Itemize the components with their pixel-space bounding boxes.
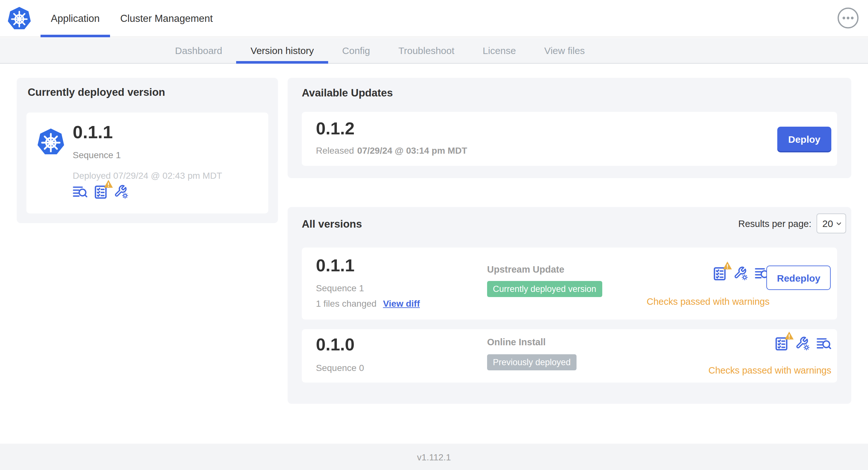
row-action-icons: [774, 336, 831, 351]
currently-deployed-title: Currently deployed version: [28, 86, 165, 98]
config-icon[interactable]: [114, 184, 129, 199]
all-versions-panel: All versions Results per page: 20 0.1.1 …: [288, 207, 851, 404]
tab-version-history[interactable]: Version history: [237, 38, 328, 63]
row-source: Online Install: [487, 337, 546, 347]
row-action-icons: [712, 266, 770, 281]
tab-license[interactable]: License: [468, 38, 530, 63]
preflight-checks-icon[interactable]: [774, 336, 789, 351]
warning-triangle-icon: [784, 331, 794, 340]
current-deployed-timestamp: Deployed 07/29/24 @ 02:43 pm MDT: [73, 170, 222, 181]
row-version-number: 0.1.1: [316, 256, 354, 276]
app-header: Application Cluster Management: [0, 0, 868, 37]
tab-cluster-management-label: Cluster Management: [120, 12, 213, 24]
currently-deployed-badge: Currently deployed version: [487, 281, 602, 297]
tab-application[interactable]: Application: [40, 0, 110, 37]
preflight-checks-icon[interactable]: [93, 184, 108, 199]
tab-application-label: Application: [51, 12, 100, 24]
tab-config[interactable]: Config: [328, 38, 384, 63]
currently-deployed-card: 0.1.1 Sequence 1 Deployed 07/29/24 @ 02:…: [26, 112, 268, 213]
results-per-page: Results per page: 20: [738, 213, 846, 233]
files-changed-label: 1 files changed: [316, 298, 376, 309]
tab-view-files-label: View files: [544, 45, 585, 56]
released-label: Released: [316, 145, 354, 156]
row-sequence: Sequence 1: [316, 283, 364, 293]
current-version-number: 0.1.1: [73, 122, 113, 143]
row-source: Upstream Update: [487, 264, 564, 274]
tab-dashboard[interactable]: Dashboard: [161, 38, 237, 63]
config-icon[interactable]: [795, 336, 810, 351]
tab-dashboard-label: Dashboard: [175, 45, 222, 56]
preflight-checks-icon[interactable]: [712, 266, 727, 281]
row-files-changed: 1 files changed View diff: [316, 298, 420, 309]
config-icon[interactable]: [734, 266, 748, 281]
available-updates-panel: Available Updates 0.1.2 Released07/29/24…: [288, 78, 851, 178]
logs-icon[interactable]: [816, 336, 831, 351]
current-sequence: Sequence 1: [73, 150, 121, 160]
previously-deployed-badge: Previously deployed: [487, 354, 577, 370]
results-per-page-label: Results per page:: [738, 218, 811, 229]
update-version-number: 0.1.2: [316, 119, 354, 139]
results-per-page-select[interactable]: 20: [816, 213, 846, 233]
warning-triangle-icon: [722, 261, 732, 270]
version-row-0-1-1: 0.1.1 Sequence 1 1 files changed View di…: [302, 247, 837, 320]
header-tabs: Application Cluster Management: [40, 0, 223, 37]
tab-view-files[interactable]: View files: [530, 38, 599, 63]
available-updates-title: Available Updates: [302, 87, 393, 99]
version-row-0-1-0: 0.1.0 Sequence 0 Online Install Previous…: [302, 329, 837, 382]
tab-cluster-management[interactable]: Cluster Management: [110, 0, 223, 37]
chevron-down-icon: [835, 220, 842, 227]
logs-icon[interactable]: [73, 184, 88, 199]
kubernetes-app-icon: [37, 127, 65, 158]
tab-version-history-label: Version history: [251, 45, 314, 56]
view-diff-link[interactable]: View diff: [383, 298, 420, 309]
current-version-actions: [73, 184, 129, 199]
released-date: 07/29/24 @ 03:14 pm MDT: [357, 145, 467, 156]
row-sequence: Sequence 0: [316, 363, 364, 373]
tab-troubleshoot-label: Troubleshoot: [398, 45, 454, 56]
admin-console-page: Application Cluster Management Dashboard…: [0, 0, 868, 470]
preflight-status-text[interactable]: Checks passed with warnings: [708, 365, 831, 375]
redeploy-button[interactable]: Redeploy: [767, 266, 831, 290]
currently-deployed-panel: Currently deployed version 0.1.1 Sequenc…: [17, 78, 278, 223]
kubernetes-logo-icon: [7, 5, 32, 32]
overflow-menu-icon[interactable]: [837, 7, 859, 29]
tab-config-label: Config: [342, 45, 370, 56]
console-footer: v1.112.1: [0, 444, 868, 470]
preflight-status-text[interactable]: Checks passed with warnings: [647, 296, 770, 307]
deploy-button[interactable]: Deploy: [777, 127, 831, 151]
results-per-page-value: 20: [822, 218, 833, 229]
warning-triangle-icon: [103, 179, 113, 189]
tab-license-label: License: [483, 45, 516, 56]
update-released-line: Released07/29/24 @ 03:14 pm MDT: [316, 145, 467, 156]
all-versions-title: All versions: [302, 218, 362, 230]
console-version: v1.112.1: [417, 452, 451, 462]
row-version-number: 0.1.0: [316, 335, 354, 355]
available-update-row: 0.1.2 Released07/29/24 @ 03:14 pm MDT De…: [302, 112, 837, 166]
app-subnav: Dashboard Version history Config Trouble…: [0, 38, 868, 64]
tab-troubleshoot[interactable]: Troubleshoot: [384, 38, 468, 63]
